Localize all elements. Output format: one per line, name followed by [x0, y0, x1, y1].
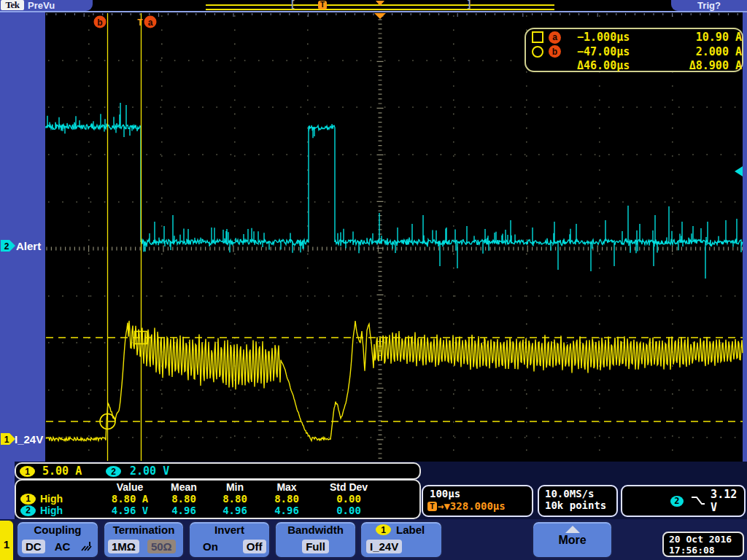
cursor-a-value: 10.90 A [666, 30, 742, 44]
meas-header-spacer [20, 481, 102, 493]
record-window-right-bracket[interactable]: ] [466, 0, 472, 10]
label-title-row: 1 Label [361, 524, 441, 536]
meas-row-ch2-label: 2 High [20, 505, 102, 516]
ch1-meas-badge: 1 [20, 494, 36, 505]
ch2-meas-badge: 2 [20, 505, 36, 516]
horizontal-scale-readout: 100µs T →▼ 328.000µs [422, 485, 533, 517]
cursor-delta-time: Δ46.00µs [577, 58, 666, 72]
ch1-i24v-trace[interactable] [46, 321, 743, 441]
coupling-ac-option[interactable]: AC [55, 540, 71, 553]
trigger-level-value: 3.12 V [711, 488, 744, 514]
ch2-alert-trace[interactable] [46, 103, 743, 279]
cursor-a-square-icon [532, 31, 543, 43]
datetime-box: 20 Oct 2016 17:56:08 [662, 532, 744, 557]
label-title: Label [396, 524, 425, 536]
cursor-a-top-badge-letter: a [148, 18, 153, 28]
trigger-source-badge: 2 [670, 496, 684, 507]
invert-menu-button[interactable]: Invert On Off [188, 521, 271, 559]
meas-header-std: Std Dev [314, 481, 384, 493]
cursor-readout-box: a −1.000µs 10.90 A b −47.00µs 2.000 A Δ4… [525, 28, 743, 72]
channel-scale-bar: 1 5.00 A 2 2.00 V [15, 462, 421, 480]
readout-left-strip [0, 462, 15, 519]
record-length: 10k points [545, 499, 616, 511]
label-value-chip[interactable]: I_24V [366, 540, 402, 553]
meas-name: High [40, 493, 63, 505]
cursor-delta-value: Δ8.900 A [666, 58, 742, 72]
ch2-badge[interactable]: 2 [106, 466, 121, 477]
bandwidth-menu-button[interactable]: Bandwidth Full [274, 521, 357, 559]
ch1-badge[interactable]: 1 [20, 466, 35, 477]
meas-header-max: Max [260, 481, 314, 493]
trigger-delay-t-icon: T [427, 502, 437, 511]
measurement-table: Value Mean Min Max Std Dev 1 High 8.80 A… [15, 479, 421, 519]
cursor-a-markers: a [532, 30, 577, 44]
trigger-status-badge: Trig? [671, 0, 747, 11]
termination-title: Termination [104, 524, 183, 536]
time-value: 17:56:08 [669, 545, 743, 556]
graticule-dots [48, 16, 735, 450]
meas-ch1-mean: 8.80 [158, 493, 210, 505]
record-view-line-bottom [206, 9, 554, 10]
cursor-b-value: 2.000 A [666, 44, 742, 58]
termination-menu-button[interactable]: Termination 1MΩ 50Ω [103, 521, 185, 559]
cursor-a-time: −1.000µs [577, 30, 666, 44]
termination-50ohm-option[interactable]: 50Ω [147, 540, 176, 553]
ch1-waveform-label: I_24V [15, 433, 43, 446]
center-vertical-graticule [377, 15, 384, 458]
trigger-delay-row: T →▼ 328.000µs [427, 500, 532, 512]
cursor-b-top-badge-letter: b [97, 18, 102, 28]
record-expansion-icon[interactable] [376, 1, 384, 6]
delay-arrow-icon: →▼ [438, 500, 450, 512]
meas-row-ch1-label: 1 High [20, 493, 102, 505]
cursor-b-circle-icon [532, 46, 543, 58]
trigger-level-arrow[interactable] [735, 166, 743, 176]
label-menu-button[interactable]: 1 Label I_24V [360, 521, 443, 559]
trigger-delay-value: 328.000µs [450, 500, 506, 512]
bandwidth-title: Bandwidth [276, 524, 355, 536]
meas-header-mean: Mean [158, 481, 210, 493]
meas-ch1-min: 8.80 [210, 493, 260, 505]
coupling-menu-button[interactable]: Coupling DC AC [16, 521, 99, 559]
cursor-b-markers: b [532, 44, 577, 58]
ch2-scale-readout[interactable]: 2.00 V [130, 464, 169, 478]
invert-on-option[interactable]: On [203, 540, 218, 553]
meas-ch2-max: 4.96 [260, 505, 314, 516]
cursor-b-badge: b [549, 45, 561, 58]
invert-title: Invert [190, 524, 269, 536]
record-window-left-bracket[interactable]: [ [290, 0, 295, 10]
trigger-position-t-marker: T [137, 18, 143, 28]
ch2-ground-marker-number: 2 [4, 241, 9, 252]
tek-logo: Tek [1, 0, 24, 10]
meas-ch2-value: 4.96 V [102, 505, 158, 516]
waveform-display: bTa21 [0, 12, 747, 462]
date-value: 20 Oct 2016 [669, 534, 743, 545]
meas-name: High [40, 505, 63, 516]
meas-ch2-mean: 4.96 [158, 505, 210, 516]
menu-channel-tab: 1 [0, 521, 13, 560]
acquisition-mode-label: PreVu [28, 0, 55, 11]
invert-off-option[interactable]: Off [243, 540, 266, 553]
ch1-ground-marker-number: 1 [4, 435, 9, 445]
falling-edge-icon [690, 495, 705, 507]
more-up-arrow-icon [565, 526, 580, 533]
coupling-dc-option[interactable]: DC [22, 540, 45, 553]
meas-header-value: Value [102, 481, 158, 493]
more-title: More [533, 534, 611, 547]
meas-ch2-std: 0.00 [314, 505, 384, 516]
more-menu-button[interactable]: More [532, 521, 613, 559]
ch1-scale-readout[interactable]: 5.00 A [42, 464, 82, 478]
termination-1mohm-option[interactable]: 1MΩ [108, 540, 139, 553]
label-ch1-badge: 1 [376, 524, 391, 535]
expansion-point-icon [374, 13, 386, 19]
timebase-scale: 100µs [430, 488, 532, 499]
ch2-waveform-label: Alert [16, 240, 41, 252]
record-trigger-marker[interactable]: T [318, 1, 327, 9]
oscilloscope-screen: Tek PreVu [ ] T Trig? bTa21 Alert I_24V … [0, 0, 747, 560]
bandwidth-full-option[interactable]: Full [302, 540, 329, 553]
meas-header-min: Min [210, 481, 260, 493]
chassis-ground-icon[interactable] [80, 540, 93, 553]
sample-rate: 10.0MS/s [545, 488, 616, 499]
cursor-delta-spacer [532, 58, 577, 72]
trigger-readout: 2 3.12 V [621, 485, 746, 517]
meas-ch2-min: 4.96 [210, 505, 260, 516]
